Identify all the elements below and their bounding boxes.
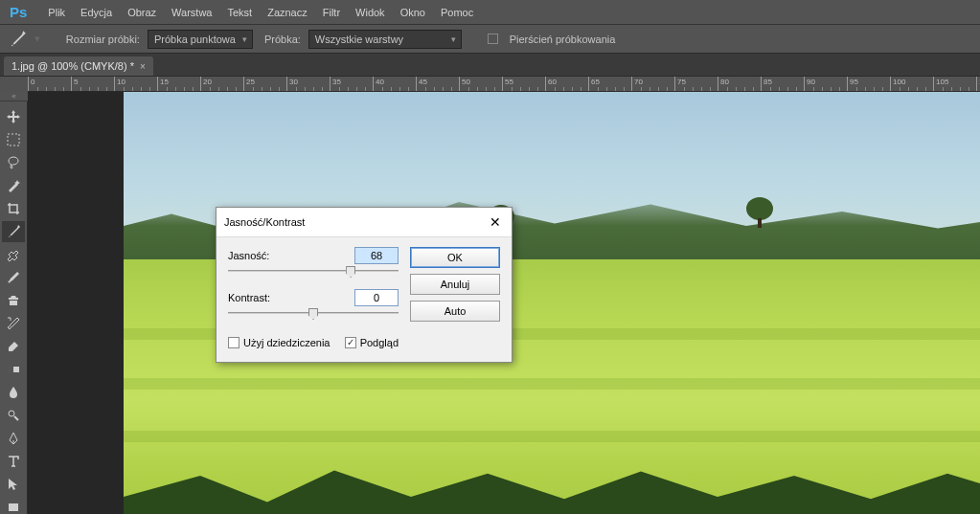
lasso-tool[interactable] (2, 152, 25, 173)
sample-label: Próbka: (264, 34, 301, 45)
contrast-slider[interactable] (228, 308, 399, 322)
sample-select[interactable]: Wszystkie warstwy (308, 30, 462, 49)
menu-image[interactable]: Obraz (120, 3, 164, 22)
menu-view[interactable]: Widok (348, 3, 393, 22)
use-legacy-label: Użyj dziedziczenia (243, 337, 330, 348)
close-icon[interactable]: × (140, 61, 146, 72)
tools-panel (0, 101, 28, 514)
brightness-slider-thumb[interactable] (346, 266, 355, 278)
svg-rect-2 (8, 367, 13, 372)
eyedropper-tool[interactable] (2, 221, 25, 242)
app-logo: Ps (6, 4, 31, 20)
path-selection-tool[interactable] (2, 474, 25, 495)
menu-edit[interactable]: Edycja (73, 3, 120, 22)
marquee-tool[interactable] (2, 129, 25, 150)
cancel-button[interactable]: Anuluj (410, 274, 500, 295)
ruler-horizontal: 0510152025303540455055606570758085909510… (28, 77, 980, 92)
workspace: « Jasność/Kontrast ✕ Jasność: (0, 92, 980, 514)
sampling-ring-checkbox[interactable] (488, 34, 498, 44)
sampling-ring-label: Pierścień próbkowania (510, 34, 616, 45)
menu-bar: Ps Plik Edycja Obraz Warstwa Tekst Zazna… (0, 0, 980, 25)
document-tab-title: 1.jpg @ 100% (CMYK/8) * (11, 60, 134, 72)
sample-size-select[interactable]: Próbka punktowa (148, 30, 253, 49)
auto-button[interactable]: Auto (410, 301, 500, 322)
dodge-tool[interactable] (2, 405, 25, 426)
blur-tool[interactable] (2, 382, 25, 403)
gradient-tool[interactable] (2, 359, 25, 380)
options-bar: ▾ | Rozmiar próbki: Próbka punktowa Prób… (0, 25, 980, 54)
eraser-tool[interactable] (2, 336, 25, 357)
menu-help[interactable]: Pomoc (433, 3, 481, 22)
contrast-label: Kontrast: (228, 292, 270, 303)
preview-checkbox[interactable] (345, 337, 356, 348)
toolbar-collapse-handle[interactable]: « (0, 92, 28, 101)
menu-layer[interactable]: Warstwa (164, 3, 219, 22)
brightness-slider[interactable] (228, 266, 399, 279)
healing-brush-tool[interactable] (2, 244, 25, 265)
menu-select[interactable]: Zaznacz (260, 3, 315, 22)
menu-window[interactable]: Okno (393, 3, 433, 22)
rectangle-tool[interactable] (2, 497, 25, 514)
svg-point-3 (9, 411, 14, 416)
crop-tool[interactable] (2, 198, 25, 219)
dialog-titlebar[interactable]: Jasność/Kontrast ✕ (217, 208, 512, 237)
toolbar-wrapper: « (0, 92, 28, 514)
brightness-label: Jasność: (228, 250, 269, 261)
svg-rect-0 (8, 134, 19, 145)
type-tool[interactable] (2, 451, 25, 472)
menu-text[interactable]: Tekst (219, 3, 260, 22)
menu-filter[interactable]: Filtr (315, 3, 348, 22)
brightness-contrast-dialog: Jasność/Kontrast ✕ Jasność: Kontrast: (216, 207, 513, 363)
sample-size-label: Rozmiar próbki: (66, 34, 140, 45)
close-icon[interactable]: ✕ (487, 213, 504, 231)
contrast-slider-thumb[interactable] (308, 308, 318, 320)
menu-file[interactable]: Plik (40, 3, 73, 22)
brightness-input[interactable] (354, 247, 399, 264)
use-legacy-checkbox[interactable] (228, 337, 239, 348)
preview-label: Podgląd (360, 337, 399, 348)
contrast-input[interactable] (354, 289, 399, 306)
brush-tool[interactable] (2, 267, 25, 288)
ok-button[interactable]: OK (410, 247, 500, 268)
eyedropper-icon (8, 30, 27, 49)
pen-tool[interactable] (2, 428, 25, 449)
magic-wand-tool[interactable] (2, 175, 25, 196)
move-tool[interactable] (2, 106, 25, 127)
svg-rect-4 (9, 503, 18, 511)
history-brush-tool[interactable] (2, 313, 25, 334)
clone-stamp-tool[interactable] (2, 290, 25, 311)
dialog-title-text: Jasność/Kontrast (224, 216, 305, 228)
document-tab-bar: 1.jpg @ 100% (CMYK/8) * × (0, 54, 980, 77)
document-tab[interactable]: 1.jpg @ 100% (CMYK/8) * × (4, 56, 153, 76)
